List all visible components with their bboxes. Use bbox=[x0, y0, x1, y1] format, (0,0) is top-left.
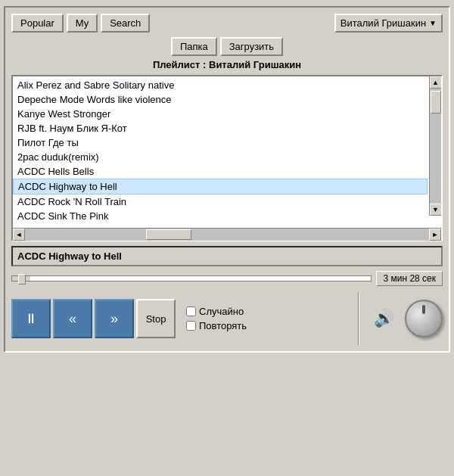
repeat-option[interactable]: Повторять bbox=[186, 320, 247, 331]
divider bbox=[358, 292, 359, 345]
main-window: Popular My Search Виталий Гришакин ▼ Пап… bbox=[4, 6, 450, 353]
scroll-thumb-v[interactable] bbox=[431, 91, 441, 114]
pause-icon: ⏸ bbox=[24, 311, 38, 327]
scroll-down-button[interactable]: ▼ bbox=[430, 204, 442, 216]
next-icon: » bbox=[110, 311, 118, 327]
playlist-inner: Alix Perez and Sabre Solitary nativeDepe… bbox=[13, 76, 441, 228]
next-button[interactable]: » bbox=[95, 299, 134, 338]
playlist-item[interactable]: Depeche Mode Words like violence bbox=[13, 92, 428, 107]
second-toolbar: Папка Загрузить bbox=[11, 37, 443, 56]
scroll-track-v[interactable] bbox=[430, 89, 442, 204]
shuffle-checkbox[interactable] bbox=[186, 306, 196, 316]
playlist-title: Плейлист : Виталий Гришакин bbox=[11, 59, 443, 70]
upload-button[interactable]: Загрузить bbox=[220, 37, 283, 56]
my-button[interactable]: My bbox=[67, 14, 98, 33]
vertical-scrollbar[interactable]: ▲ ▼ bbox=[429, 76, 441, 216]
volume-knob[interactable] bbox=[405, 300, 443, 338]
playlist-item[interactable]: Kanye West Stronger bbox=[13, 107, 428, 121]
shuffle-option[interactable]: Случайно bbox=[186, 306, 247, 317]
prev-icon: « bbox=[69, 311, 76, 327]
scroll-up-button[interactable]: ▲ bbox=[430, 76, 442, 89]
user-dropdown-button[interactable]: Виталий Гришакин ▼ bbox=[334, 14, 443, 33]
stop-button[interactable]: Stop bbox=[136, 299, 176, 338]
scroll-thumb-h[interactable] bbox=[146, 229, 191, 240]
playlist-list[interactable]: Alix Perez and Sabre Solitary nativeDepe… bbox=[13, 76, 441, 228]
search-button[interactable]: Search bbox=[101, 14, 150, 33]
pause-button[interactable]: ⏸ bbox=[11, 299, 51, 338]
playlist-item[interactable]: 2pac duduk(remix) bbox=[13, 150, 428, 164]
progress-thumb[interactable] bbox=[18, 274, 26, 285]
shuffle-label: Случайно bbox=[199, 306, 244, 317]
chevron-down-icon: ▼ bbox=[429, 19, 437, 27]
time-display: 3 мин 28 сек bbox=[376, 271, 443, 286]
progress-area: 3 мин 28 сек bbox=[11, 271, 443, 286]
horizontal-scrollbar[interactable]: ◄ ► bbox=[13, 228, 441, 240]
playlist-item[interactable]: Пилот Где ты bbox=[13, 135, 428, 150]
top-toolbar: Popular My Search Виталий Гришакин ▼ bbox=[11, 14, 443, 33]
scroll-right-button[interactable]: ► bbox=[429, 229, 441, 241]
repeat-label: Повторять bbox=[199, 320, 247, 331]
progress-bar[interactable] bbox=[11, 275, 372, 282]
popular-button[interactable]: Popular bbox=[11, 14, 64, 33]
volume-icon: 🔊 bbox=[368, 303, 399, 334]
now-playing-label: ACDC Highway to Hell bbox=[11, 246, 443, 266]
user-dropdown[interactable]: Виталий Гришакин ▼ bbox=[334, 14, 443, 33]
repeat-checkbox[interactable] bbox=[186, 321, 196, 331]
speaker-icon: 🔊 bbox=[374, 309, 394, 328]
user-name-label: Виталий Гришакин bbox=[340, 17, 426, 29]
playlist-item[interactable]: ACDC Highway to Hell bbox=[13, 179, 428, 194]
controls-area: ⏸ « » Stop Случайно Повторять bbox=[11, 292, 443, 345]
folder-button[interactable]: Папка bbox=[171, 37, 217, 56]
scroll-left-button[interactable]: ◄ bbox=[13, 229, 25, 241]
volume-area: 🔊 bbox=[355, 292, 443, 345]
playlist-container: Alix Perez and Sabre Solitary nativeDepe… bbox=[11, 75, 443, 241]
prev-button[interactable]: « bbox=[53, 299, 92, 338]
options-area: Случайно Повторять bbox=[186, 306, 247, 331]
playlist-item[interactable]: ACDC Sink The Pink bbox=[13, 209, 428, 223]
scroll-track-h[interactable] bbox=[25, 229, 429, 241]
playlist-item[interactable]: ACDC Rock 'N Roll Train bbox=[13, 194, 428, 209]
playlist-item[interactable]: Alix Perez and Sabre Solitary native bbox=[13, 78, 428, 92]
playback-buttons: ⏸ « » Stop bbox=[11, 299, 176, 338]
playlist-item[interactable]: ACDC Hells Bells bbox=[13, 164, 428, 179]
playlist-item[interactable]: RJB ft. Наум Блик Я-Кот bbox=[13, 121, 428, 135]
